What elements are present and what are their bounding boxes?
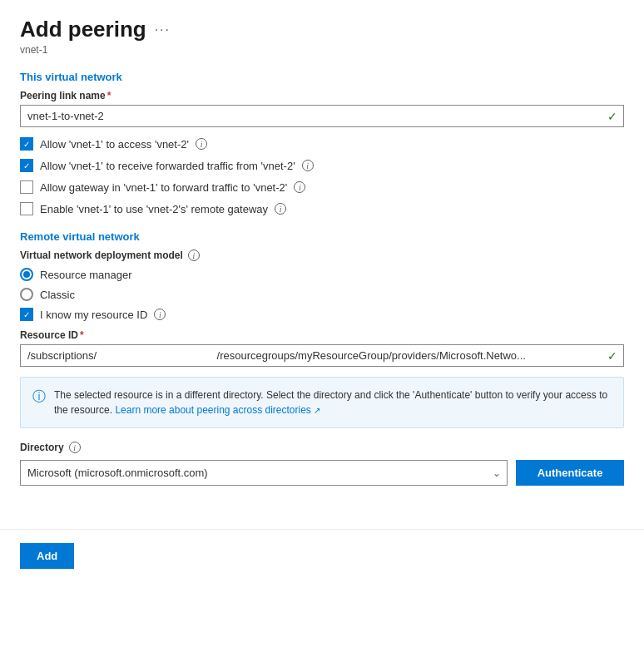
checkbox-allow-access[interactable]: Allow 'vnet-1' to access 'vnet-2' i bbox=[20, 137, 624, 151]
remote-vnet-section-title: Remote virtual network bbox=[20, 230, 624, 243]
checkbox-4-label: Enable 'vnet-1' to use 'vnet-2's' remote… bbox=[40, 203, 268, 215]
radio-resource-manager[interactable]: Resource manager bbox=[20, 268, 624, 281]
checkbox-1[interactable] bbox=[20, 137, 33, 151]
radio-2-label: Classic bbox=[40, 289, 75, 301]
directory-select-wrapper: Microsoft (microsoft.onmicrosoft.com) ⌄ bbox=[20, 460, 508, 486]
directory-section: Directory i Microsoft (microsoft.onmicro… bbox=[20, 442, 624, 486]
checkbox-forwarded-traffic[interactable]: Allow 'vnet-1' to receive forwarded traf… bbox=[20, 159, 624, 172]
this-vnet-section-title: This virtual network bbox=[20, 71, 624, 83]
checkbox-remote-gateway[interactable]: Enable 'vnet-1' to use 'vnet-2's' remote… bbox=[20, 202, 624, 215]
checkbox-2-info-icon[interactable]: i bbox=[302, 160, 314, 171]
bottom-bar: Add bbox=[0, 529, 644, 582]
info-box-link-text: Learn more about peering across director… bbox=[115, 403, 310, 417]
required-star: * bbox=[107, 90, 111, 101]
page-title: Add peering ··· bbox=[20, 17, 171, 42]
know-resource-id-info-icon[interactable]: i bbox=[154, 309, 166, 320]
radio-1[interactable] bbox=[20, 268, 33, 281]
checkbox-3-info-icon[interactable]: i bbox=[294, 181, 305, 193]
page-subtitle: vnet-1 bbox=[20, 44, 624, 56]
directory-select[interactable]: Microsoft (microsoft.onmicrosoft.com) bbox=[20, 460, 508, 486]
title-text: Add peering bbox=[20, 17, 146, 42]
checkbox-3[interactable] bbox=[20, 180, 33, 194]
radio-classic[interactable]: Classic bbox=[20, 288, 624, 301]
deployment-model-label: Virtual network deployment model bbox=[20, 249, 183, 261]
info-box: ⓘ The selected resource is in a differen… bbox=[20, 377, 624, 428]
checkbox-4[interactable] bbox=[20, 202, 33, 215]
checkbox-1-label: Allow 'vnet-1' to access 'vnet-2' bbox=[40, 138, 189, 151]
checkbox-gateway-forward[interactable]: Allow gateway in 'vnet-1' to forward tra… bbox=[20, 180, 624, 194]
checkbox-2[interactable] bbox=[20, 159, 33, 172]
peering-link-input[interactable] bbox=[20, 105, 624, 127]
add-button[interactable]: Add bbox=[20, 543, 74, 569]
directory-info-icon[interactable]: i bbox=[69, 442, 81, 453]
authenticate-button[interactable]: Authenticate bbox=[516, 460, 624, 486]
external-link-icon: ↗ bbox=[314, 404, 320, 417]
header-ellipsis[interactable]: ··· bbox=[155, 22, 171, 37]
checkbox-know-resource-id[interactable] bbox=[20, 308, 33, 321]
info-box-link[interactable]: Learn more about peering across director… bbox=[115, 403, 320, 417]
radio-2[interactable] bbox=[20, 288, 33, 301]
resource-id-label: Resource ID* bbox=[20, 329, 624, 341]
info-box-icon: ⓘ bbox=[32, 388, 46, 417]
checkbox-3-label: Allow gateway in 'vnet-1' to forward tra… bbox=[40, 181, 287, 194]
info-box-text: The selected resource is in a different … bbox=[54, 388, 612, 417]
checkbox-4-info-icon[interactable]: i bbox=[275, 203, 286, 215]
resource-id-input-wrapper: ✓ bbox=[20, 344, 624, 367]
deployment-model-info-icon[interactable]: i bbox=[188, 249, 200, 261]
peering-link-label: Peering link name* bbox=[20, 90, 624, 101]
directory-field-row: Microsoft (microsoft.onmicrosoft.com) ⌄ … bbox=[20, 460, 624, 486]
checkbox-2-label: Allow 'vnet-1' to receive forwarded traf… bbox=[40, 160, 295, 172]
deployment-model-label-row: Virtual network deployment model i bbox=[20, 249, 624, 261]
checkbox-know-resource-id-row[interactable]: I know my resource ID i bbox=[20, 308, 624, 321]
directory-label: Directory bbox=[20, 442, 64, 453]
peering-link-input-wrapper: ✓ bbox=[20, 105, 624, 127]
directory-label-row: Directory i bbox=[20, 442, 624, 453]
resource-id-required-star: * bbox=[80, 329, 84, 341]
checkbox-know-resource-id-label: I know my resource ID bbox=[40, 309, 147, 321]
input-valid-icon: ✓ bbox=[607, 110, 617, 123]
resource-id-valid-icon: ✓ bbox=[607, 349, 617, 363]
resource-id-input[interactable] bbox=[20, 344, 624, 367]
radio-1-label: Resource manager bbox=[40, 269, 132, 281]
checkbox-1-info-icon[interactable]: i bbox=[196, 138, 207, 150]
